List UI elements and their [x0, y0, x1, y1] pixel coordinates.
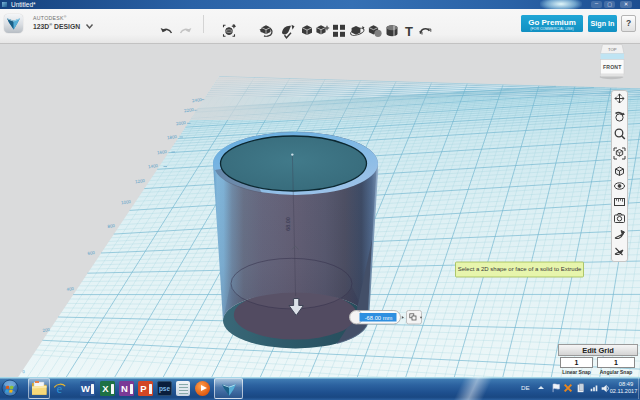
svg-text:2400: 2400 [192, 97, 203, 103]
svg-text:600: 600 [87, 250, 96, 256]
svg-text:1200: 1200 [135, 178, 146, 184]
svg-text:1800: 1800 [167, 134, 178, 140]
svg-text:68.00: 68.00 [285, 217, 291, 231]
svg-text:TOP: TOP [608, 47, 617, 52]
svg-text:T: T [405, 24, 413, 39]
svg-text:400: 400 [66, 286, 75, 292]
svg-text:Select a 2D shape or face of a: Select a 2D shape or face of a solid to … [458, 266, 582, 272]
svg-text:2000: 2000 [176, 120, 187, 126]
svg-text:1000: 1000 [121, 199, 132, 205]
svg-text:1600: 1600 [157, 149, 168, 155]
svg-text:2200: 2200 [184, 107, 195, 113]
svg-text:800: 800 [107, 223, 116, 229]
svg-text:1400: 1400 [148, 163, 159, 169]
svg-text:-68.00 mm: -68.00 mm [365, 315, 393, 321]
svg-text:FRONT: FRONT [603, 64, 622, 70]
